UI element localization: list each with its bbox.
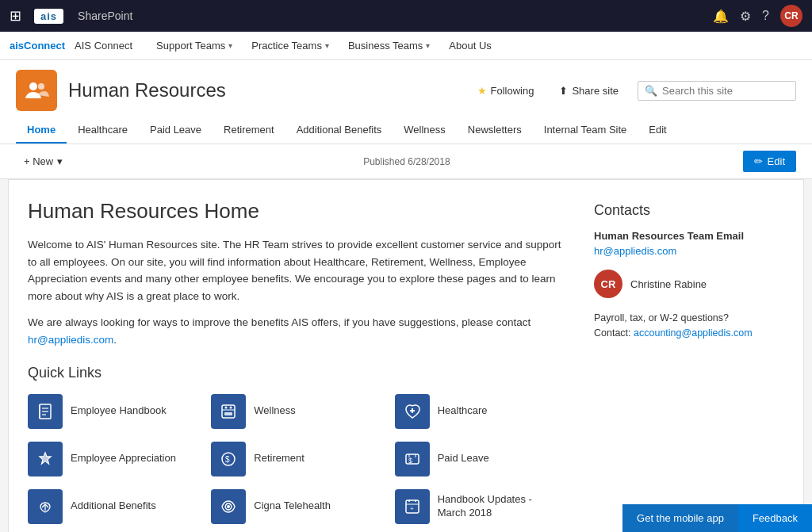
suite-nav-about-us[interactable]: About Us bbox=[439, 32, 500, 60]
quick-link-label: Handbook Updates - March 2018 bbox=[438, 493, 562, 520]
tab-edit[interactable]: Edit bbox=[638, 117, 677, 144]
quick-link-retirement[interactable]: $ Retirement bbox=[211, 442, 378, 477]
star-icon: ★ bbox=[477, 85, 487, 97]
command-bar-left: + New ▾ bbox=[16, 151, 71, 172]
waffle-icon[interactable]: ⊞ bbox=[10, 7, 21, 25]
app-bar-icons: 🔔 ⚙ ? CR bbox=[713, 5, 802, 27]
quick-link-label: Employee Appreciation bbox=[71, 452, 176, 465]
command-bar: + New ▾ Published 6/28/2018 ✏ Edit bbox=[0, 144, 812, 179]
hr-email-link[interactable]: hr@appliedis.com bbox=[28, 334, 113, 346]
site-nav: Home Healthcare Paid Leave Retirement Ad… bbox=[16, 117, 796, 144]
quick-link-label: Wellness bbox=[254, 404, 296, 418]
contact-person-name: Christine Rabine bbox=[630, 278, 707, 290]
contacts-panel: Contacts Human Resources Team Email hr@a… bbox=[594, 199, 784, 524]
tab-paid-leave[interactable]: Paid Leave bbox=[139, 117, 213, 144]
quick-links-grid: Employee Handbook Wellness bbox=[28, 394, 562, 524]
site-header: Human Resources ★ Following ⬆ Share site… bbox=[0, 60, 812, 144]
suite-nav-business-teams[interactable]: Business Teams ▾ bbox=[339, 32, 439, 60]
intro-paragraph-2: We are always looking for ways to improv… bbox=[28, 314, 562, 348]
retirement-icon: $ bbox=[211, 442, 246, 477]
site-title: Human Resources bbox=[68, 79, 471, 101]
chevron-down-icon: ▾ bbox=[57, 155, 63, 167]
quick-link-label: Paid Leave bbox=[438, 452, 489, 465]
quick-link-additional-benefits[interactable]: Additional Benefits bbox=[28, 489, 195, 524]
chevron-down-icon: ▾ bbox=[228, 41, 232, 50]
edit-button[interactable]: ✏ Edit bbox=[743, 151, 796, 172]
share-icon: ⬆ bbox=[559, 85, 568, 97]
tab-healthcare[interactable]: Healthcare bbox=[67, 117, 139, 144]
search-box[interactable]: 🔍 bbox=[638, 81, 796, 101]
tab-internal-team-site[interactable]: Internal Team Site bbox=[533, 117, 638, 144]
handbook-updates-icon: + bbox=[395, 489, 430, 524]
quick-link-healthcare[interactable]: Healthcare bbox=[395, 394, 562, 429]
quick-link-wellness[interactable]: Wellness bbox=[211, 394, 378, 429]
tab-home[interactable]: Home bbox=[16, 117, 67, 144]
suite-nav-practice-teams[interactable]: Practice Teams ▾ bbox=[242, 32, 339, 60]
search-input[interactable] bbox=[662, 85, 789, 97]
quick-link-cigna-telehealth[interactable]: Cigna Telehealth bbox=[211, 489, 378, 524]
svg-point-1 bbox=[38, 83, 44, 90]
additional-benefits-icon bbox=[28, 489, 63, 524]
app-logo: ais bbox=[34, 9, 63, 24]
svg-text:+: + bbox=[410, 505, 414, 512]
quick-link-paid-leave[interactable]: $ Paid Leave bbox=[395, 442, 562, 477]
app-bar: ⊞ ais SharePoint 🔔 ⚙ ? CR bbox=[0, 0, 812, 32]
contact-avatar: CR bbox=[594, 270, 622, 298]
employee-handbook-icon bbox=[28, 394, 63, 429]
quick-link-employee-appreciation[interactable]: Employee Appreciation bbox=[28, 442, 195, 477]
chevron-down-icon: ▾ bbox=[325, 41, 329, 50]
svg-rect-11 bbox=[224, 412, 232, 415]
notification-icon[interactable]: 🔔 bbox=[713, 9, 729, 24]
hr-team-email-contact: Human Resources Team Email hr@appliedis.… bbox=[594, 230, 784, 257]
payroll-note: Payroll, tax, or W-2 questions? Contact:… bbox=[594, 311, 784, 341]
wellness-icon bbox=[211, 394, 246, 429]
suite-nav-support-teams[interactable]: Support Teams ▾ bbox=[147, 32, 242, 60]
suite-brand-name: AIS Connect bbox=[75, 40, 132, 52]
quick-link-label: Employee Handbook bbox=[71, 404, 167, 418]
site-icon bbox=[16, 70, 57, 111]
svg-rect-6 bbox=[39, 404, 40, 419]
page-title: Human Resources Home bbox=[28, 199, 562, 224]
cigna-telehealth-icon bbox=[211, 489, 246, 524]
published-date: Published 6/28/2018 bbox=[363, 156, 450, 167]
chevron-down-icon: ▾ bbox=[426, 41, 430, 50]
svg-text:$: $ bbox=[408, 457, 412, 465]
svg-point-9 bbox=[225, 406, 228, 408]
bottom-bar: Get the mobile app Feedback bbox=[622, 504, 812, 532]
hr-team-name: Human Resources Team Email bbox=[594, 230, 784, 242]
paid-leave-icon: $ bbox=[395, 442, 430, 477]
intro-paragraph-1: Welcome to AIS' Human Resources site. Th… bbox=[28, 236, 562, 304]
suite-brand-logo[interactable]: aisConnect bbox=[10, 40, 65, 52]
search-icon: 🔍 bbox=[645, 85, 657, 97]
quick-link-employee-handbook[interactable]: Employee Handbook bbox=[28, 394, 195, 429]
accounting-email-link[interactable]: accounting@appliedis.com bbox=[634, 327, 753, 339]
quick-link-handbook-updates[interactable]: + Handbook Updates - March 2018 bbox=[395, 489, 562, 524]
svg-rect-7 bbox=[222, 405, 235, 418]
new-button[interactable]: + New ▾ bbox=[16, 151, 71, 172]
svg-point-0 bbox=[29, 82, 37, 90]
healthcare-icon bbox=[395, 394, 430, 429]
feedback-button[interactable]: Feedback bbox=[738, 504, 812, 532]
contacts-heading: Contacts bbox=[594, 202, 784, 219]
site-header-top: Human Resources ★ Following ⬆ Share site… bbox=[16, 70, 796, 111]
help-icon[interactable]: ? bbox=[762, 9, 769, 23]
main-content: Human Resources Home Welcome to AIS' Hum… bbox=[9, 180, 803, 532]
following-button[interactable]: ★ Following bbox=[471, 82, 541, 100]
edit-icon: ✏ bbox=[754, 155, 763, 167]
contact-person-item: CR Christine Rabine bbox=[594, 270, 784, 298]
settings-icon[interactable]: ⚙ bbox=[740, 9, 751, 24]
tab-wellness[interactable]: Wellness bbox=[393, 117, 457, 144]
get-mobile-app-button[interactable]: Get the mobile app bbox=[622, 504, 738, 532]
quick-link-label: Retirement bbox=[254, 452, 304, 465]
quick-link-label: Cigna Telehealth bbox=[254, 499, 331, 513]
tab-additional-benefits[interactable]: Additional Benefits bbox=[285, 117, 393, 144]
share-button[interactable]: ⬆ Share site bbox=[553, 82, 625, 100]
user-avatar[interactable]: CR bbox=[780, 5, 802, 27]
svg-point-20 bbox=[227, 505, 230, 508]
tab-retirement[interactable]: Retirement bbox=[213, 117, 285, 144]
app-product-name: SharePoint bbox=[78, 10, 132, 22]
hr-team-email-link[interactable]: hr@appliedis.com bbox=[594, 245, 676, 257]
svg-point-10 bbox=[230, 406, 232, 408]
tab-newsletters[interactable]: Newsletters bbox=[457, 117, 533, 144]
employee-appreciation-icon bbox=[28, 442, 63, 477]
